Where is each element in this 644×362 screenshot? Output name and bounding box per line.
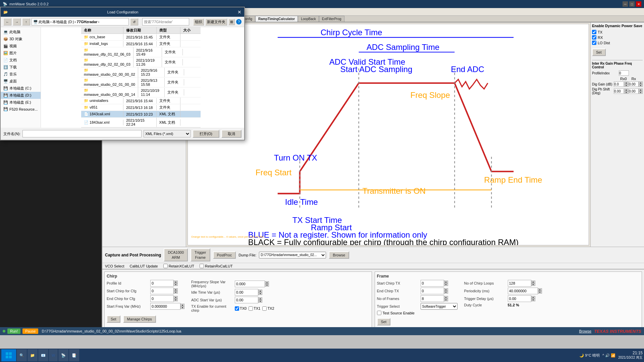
nav-forward-button[interactable]: → — [13, 18, 21, 25]
periodicity-up[interactable]: ▲ — [538, 288, 542, 291]
idle-time-var-input[interactable] — [235, 289, 258, 296]
maximize-button[interactable]: □ — [629, 1, 635, 7]
breadcrumb-part1[interactable]: 此电脑 — [39, 19, 50, 24]
trigger-delay-up[interactable]: ▲ — [531, 296, 535, 299]
file-row-studio2[interactable]: 📁 mmwave_studio_02_01_00_00 2021/9/13 15… — [81, 77, 201, 87]
sidebar-item-pictures[interactable]: 🖼️图片 — [1, 50, 41, 57]
dig-ph-rx1-input[interactable] — [629, 88, 639, 94]
dig-ph-rx0-input[interactable] — [614, 88, 624, 94]
tab-extfilter[interactable]: ExtFilterProg — [319, 16, 344, 22]
tab-ramptiming[interactable]: RampTimingCalculator — [255, 16, 298, 22]
retain-xc-checkbox[interactable] — [163, 264, 168, 268]
start-button[interactable] — [1, 349, 16, 361]
tab-loopback[interactable]: LoopBack — [298, 16, 319, 22]
tx-checkbox[interactable] — [592, 30, 596, 34]
sidebar-item-desktop[interactable]: 🖥️桌面 — [1, 78, 41, 85]
sidebar-item-drive-e[interactable]: 💾本地磁盘 (E:) — [1, 99, 41, 106]
test-source-checkbox[interactable] — [377, 311, 381, 315]
chirp-start-freq-input[interactable] — [150, 303, 180, 310]
close-button[interactable]: ✕ — [636, 1, 641, 7]
file-row-install-logs[interactable]: 📁 install_logs 2021/9/16 15:44 文件夹 — [81, 41, 201, 47]
file-row-1843cali[interactable]: 📄 1843cali.xml 2021/9/23 10:23 XML 文档 — [81, 111, 201, 118]
dig-ph-rx0-down[interactable]: ▼ — [624, 91, 628, 94]
dig-gain-rx0-input[interactable] — [614, 81, 624, 87]
no-frames-down[interactable]: ▼ — [444, 299, 448, 301]
help-button[interactable]: ? — [236, 19, 241, 24]
postproc-button[interactable]: PostProc — [213, 251, 236, 259]
chirp-profile-down[interactable]: ▼ — [174, 283, 178, 286]
idle-time-var-down[interactable]: ▼ — [258, 292, 262, 295]
sidebar-item-f520[interactable]: 💾F520 Resource... — [1, 106, 41, 112]
freq-slope-up[interactable]: ▲ — [265, 281, 269, 284]
start-chirp-tx-up[interactable]: ▲ — [444, 281, 448, 283]
end-chirp-tx-down[interactable]: ▼ — [444, 291, 448, 294]
minimize-button[interactable]: ─ — [623, 1, 628, 7]
trigger-delay-input[interactable] — [508, 295, 531, 302]
retain-rx-checkbox[interactable] — [200, 264, 204, 268]
taskbar-mmwave-button[interactable]: 📡 — [58, 349, 68, 361]
adc-start-input[interactable] — [235, 297, 258, 303]
chirp-end-down[interactable]: ▼ — [174, 299, 178, 301]
idle-time-var-up[interactable]: ▲ — [258, 290, 262, 292]
filename-input[interactable] — [22, 130, 142, 137]
organize-button[interactable]: 组织 — [193, 18, 204, 25]
tx2-enable-checkbox[interactable] — [262, 306, 267, 311]
periodicity-down[interactable]: ▼ — [538, 291, 542, 294]
start-chirp-tx-input[interactable] — [421, 280, 444, 287]
taskbar-outlook-button[interactable]: 📧 — [38, 349, 48, 361]
no-chirp-loops-input[interactable] — [508, 280, 531, 287]
sidebar-item-downloads[interactable]: ⬇️下载 — [1, 64, 41, 71]
tx1-enable-checkbox[interactable] — [249, 306, 253, 311]
pause-button[interactable]: Pause — [22, 328, 38, 334]
lo-dist-checkbox[interactable] — [592, 41, 596, 45]
file-row-studio1[interactable]: 📁 mmwave_studio_02_00_00_02 2021/9/16 15… — [81, 67, 201, 77]
tx0-enable-checkbox[interactable] — [235, 306, 239, 311]
rx-checkbox[interactable] — [592, 35, 596, 40]
refresh-button[interactable]: ↺ — [130, 18, 138, 25]
chirp-start-freq-down[interactable]: ▼ — [180, 306, 184, 309]
end-chirp-tx-up[interactable]: ▲ — [444, 288, 448, 291]
chirp-start-up[interactable]: ▲ — [174, 288, 178, 291]
breadcrumb-part3[interactable]: 77GHzradar — [77, 20, 98, 24]
dig-gain-rx0-down[interactable]: ▼ — [624, 84, 628, 87]
sidebar-item-drive-d[interactable]: 💾本地磁盘 (D:) — [1, 92, 41, 99]
periodicity-input[interactable] — [508, 288, 538, 294]
profile-index-input[interactable] — [619, 70, 629, 76]
file-row-dfp1[interactable]: 📁 mmwave_dfp_01_02_06_03 2021/9/16 15:49… — [81, 47, 201, 57]
chirp-end-up[interactable]: ▲ — [174, 296, 178, 299]
col-header-size[interactable]: 大小 — [180, 27, 201, 34]
run-button[interactable]: Run! — [7, 328, 20, 334]
freq-slope-input[interactable] — [235, 281, 265, 287]
nav-back-button[interactable]: ← — [3, 18, 11, 25]
filetype-select[interactable]: XML Files (*.xml) — [144, 130, 191, 137]
freq-slope-down[interactable]: ▼ — [265, 284, 269, 287]
view-button[interactable]: ⊞ — [228, 19, 235, 25]
trigger-select[interactable]: SoftwareTrigger — [421, 303, 458, 310]
dump-file-select[interactable]: D:\77GHzradar\mmwave_studio_02... — [259, 252, 326, 258]
sidebar-item-3d[interactable]: 📦3D 对象 — [1, 36, 41, 43]
taskbar-search-button[interactable]: 🔍 — [17, 349, 27, 361]
taskbar-word-button[interactable]: W — [49, 349, 58, 361]
dig-gain-rx1-up[interactable]: ▲ — [639, 81, 643, 84]
sidebar-item-drive-c[interactable]: 💾本地磁盘 (C:) — [1, 85, 41, 92]
dig-gain-rx0-up[interactable]: ▲ — [624, 81, 628, 84]
adc-start-up[interactable]: ▲ — [258, 297, 262, 300]
file-row-dfp2[interactable]: 📁 mmwave_dfp_02_02_00_03 2021/10/19 11:2… — [81, 57, 201, 67]
col-header-type[interactable]: 类型 — [157, 27, 180, 34]
chirp-start-freq-up[interactable]: ▲ — [180, 304, 184, 306]
dialog-close-button[interactable]: ✕ — [237, 9, 241, 15]
sidebar-item-docs[interactable]: 📄文档 — [1, 57, 41, 64]
manage-chirps-button[interactable]: Manage Chirps — [123, 315, 156, 323]
file-row-v851[interactable]: 📁 v851 2021/9/13 16:18 文件夹 — [81, 104, 201, 111]
chirp-profile-id-input[interactable] — [150, 280, 174, 287]
sidebar-item-computer[interactable]: 💻此电脑 — [1, 28, 41, 36]
file-row-1843sar2[interactable]: 📄 1843sar2.xml 2021/10/18 22:58 XML 文档 — [81, 127, 201, 128]
dig-gain-rx1-down[interactable]: ▼ — [639, 84, 643, 87]
dynamic-power-set-button[interactable]: Set — [592, 49, 606, 56]
dig-ph-rx1-up[interactable]: ▲ — [639, 88, 643, 91]
sidebar-item-video[interactable]: 🎬视频 — [1, 43, 41, 50]
dialog-open-button[interactable]: 打开(O) — [193, 130, 219, 138]
end-chirp-tx-input[interactable] — [421, 288, 444, 294]
no-chirp-loops-up[interactable]: ▲ — [531, 281, 535, 283]
taskbar-file-explorer-button[interactable]: 📁 — [28, 349, 38, 361]
